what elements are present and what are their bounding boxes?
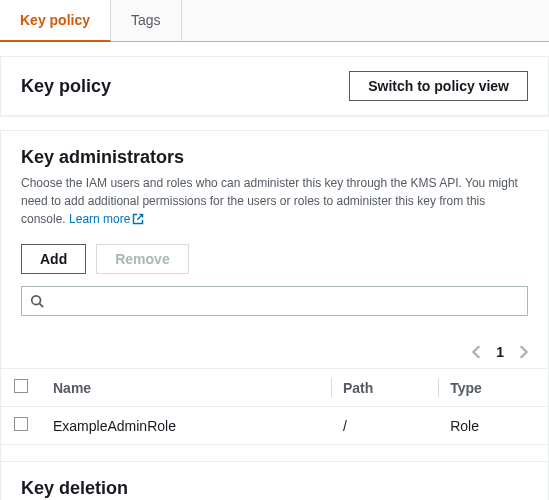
tabs: Key policy Tags	[0, 0, 549, 42]
search-icon	[30, 294, 44, 308]
page-title: Key policy	[21, 76, 111, 97]
pagination: 1	[1, 332, 548, 368]
svg-point-0	[32, 296, 41, 305]
tab-key-policy[interactable]: Key policy	[0, 0, 111, 42]
cell-name: ExampleAdminRole	[41, 407, 331, 445]
cell-type: Role	[438, 407, 548, 445]
remove-button[interactable]: Remove	[96, 244, 188, 274]
prev-page-icon[interactable]	[472, 345, 482, 359]
switch-to-policy-view-button[interactable]: Switch to policy view	[349, 71, 528, 101]
column-header-name[interactable]: Name	[41, 369, 331, 407]
tab-tags[interactable]: Tags	[111, 0, 182, 41]
external-link-icon	[132, 212, 144, 230]
key-deletion-title: Key deletion	[1, 462, 548, 500]
next-page-icon[interactable]	[518, 345, 528, 359]
search-input[interactable]	[50, 293, 519, 309]
column-header-type[interactable]: Type	[438, 369, 548, 407]
page-number: 1	[496, 344, 504, 360]
search-field[interactable]	[21, 286, 528, 316]
cell-path: /	[331, 407, 438, 445]
column-header-path[interactable]: Path	[331, 369, 438, 407]
key-administrators-title: Key administrators	[21, 147, 528, 168]
add-button[interactable]: Add	[21, 244, 86, 274]
table-row[interactable]: ExampleAdminRole / Role	[1, 407, 548, 445]
select-all-checkbox[interactable]	[14, 379, 28, 393]
key-administrators-description: Choose the IAM users and roles who can a…	[21, 174, 528, 230]
row-checkbox[interactable]	[14, 417, 28, 431]
learn-more-link[interactable]: Learn more	[69, 212, 144, 226]
key-deletion-section: Key deletion Allow key administrators to…	[1, 461, 548, 500]
key-administrators-panel: Key administrators Choose the IAM users …	[0, 130, 549, 500]
key-policy-panel: Key policy Switch to policy view	[0, 56, 549, 116]
administrators-table: Name Path Type ExampleAdminRole / Role	[1, 368, 548, 445]
